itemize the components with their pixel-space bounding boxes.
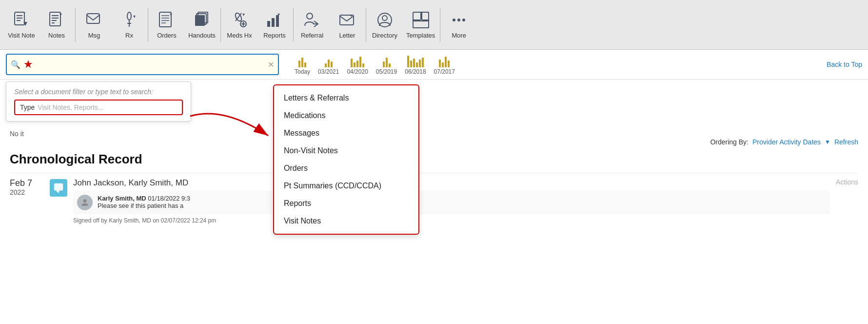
svg-rect-32: [267, 21, 270, 27]
toolbar-visit-note[interactable]: ▾ Visit Note: [4, 7, 39, 42]
toolbar-directory-label: Directory: [372, 32, 397, 39]
toolbar-orders[interactable]: ▾ Orders: [149, 7, 184, 42]
svg-rect-50: [54, 183, 63, 191]
toolbar-handouts[interactable]: Handouts: [184, 7, 219, 42]
timeline-label-today: Today: [295, 68, 310, 75]
svg-rect-33: [272, 18, 275, 27]
timeline-label-072017: 07/2017: [434, 68, 455, 75]
bar-seg: [325, 63, 327, 67]
record-date-year: 2022: [10, 188, 44, 196]
ordering-value[interactable]: Provider Activity Dates: [752, 138, 821, 146]
bar-seg: [407, 56, 409, 67]
bar-seg: [419, 60, 421, 67]
menu-item-orders[interactable]: Orders: [274, 160, 418, 177]
timeline-052019[interactable]: 05/2019: [376, 54, 397, 75]
svg-rect-12: [87, 14, 99, 23]
toolbar-notes[interactable]: ▾ Notes: [39, 7, 74, 42]
toolbar-msg[interactable]: Msg: [77, 7, 112, 42]
bar-seg: [328, 60, 330, 67]
timeline-072017[interactable]: 07/2017: [434, 54, 455, 75]
toolbar-reports[interactable]: ▾ Reports: [257, 7, 292, 42]
toolbar-templates-label: Templates: [406, 32, 435, 39]
doc-arrow-icon: ▾: [12, 10, 31, 30]
toolbar-meds-hx[interactable]: ▾ Meds Hx: [222, 7, 257, 42]
bar-seg: [301, 58, 303, 67]
svg-rect-6: [50, 12, 60, 26]
divider-4: [293, 8, 294, 42]
bar-seg: [448, 61, 450, 67]
filter-dropdown: Select a document filter or type text to…: [6, 81, 191, 122]
ordering-label: Ordering By:: [710, 138, 749, 146]
toolbar-reports-label: Reports: [263, 32, 286, 39]
bar-seg: [416, 62, 418, 67]
toolbar-directory[interactable]: Directory: [367, 7, 402, 42]
timeline-today[interactable]: Today: [295, 54, 310, 75]
menu-item-pt-summaries[interactable]: Pt Summaries (CCD/CCDA): [274, 177, 418, 195]
toolbar-msg-label: Msg: [88, 32, 100, 39]
toolbar: ▾ Visit Note ▾ Notes Msg: [0, 0, 868, 50]
refresh-button[interactable]: Refresh: [834, 138, 858, 146]
toolbar-referral[interactable]: Referral: [295, 7, 330, 42]
back-to-top-link[interactable]: Back to Top: [827, 61, 862, 68]
search-input[interactable]: [36, 61, 265, 69]
ordering-chevron-icon[interactable]: ▼: [825, 139, 830, 145]
filter-type-row[interactable]: Type Visit Notes, Reports...: [14, 100, 183, 115]
svg-rect-43: [413, 12, 421, 20]
svg-text:▾: ▾: [242, 12, 245, 17]
msg-icon: [84, 10, 104, 30]
menu-item-letters[interactable]: Letters & Referrals: [274, 89, 418, 107]
record-date: Feb 7 2022: [10, 178, 44, 196]
menu-item-reports[interactable]: Reports: [274, 195, 418, 212]
search-row: 🔍 ★ ✕ Today: [0, 50, 868, 80]
templates-icon: [411, 10, 431, 30]
toolbar-rx[interactable]: ▾ Rx: [112, 7, 147, 42]
filter-type-placeholder: Visit Notes, Reports...: [38, 103, 103, 111]
svg-point-52: [83, 199, 87, 202]
referral-icon: [302, 10, 322, 30]
content-area: No it Ordering By: Provider Activity Dat…: [0, 123, 868, 235]
meds-hx-icon: ▾: [230, 10, 249, 30]
svg-point-41: [382, 16, 387, 20]
menu-item-messages[interactable]: Messages: [274, 124, 418, 142]
menu-item-non-visit-notes[interactable]: Non-Visit Notes: [274, 142, 418, 160]
bar-seg: [354, 62, 355, 67]
timeline-062018[interactable]: 06/2018: [405, 54, 426, 75]
toolbar-visit-note-label: Visit Note: [8, 32, 35, 39]
timeline-042020[interactable]: 04/2020: [347, 54, 368, 75]
record-date-day: Feb 7: [10, 178, 44, 188]
ordering-bar: Ordering By: Provider Activity Dates ▼ R…: [10, 138, 858, 146]
svg-point-13: [127, 12, 131, 20]
clear-icon[interactable]: ✕: [268, 60, 274, 69]
toolbar-referral-label: Referral: [301, 32, 323, 39]
menu-item-visit-notes[interactable]: Visit Notes: [274, 212, 418, 230]
svg-marker-51: [56, 191, 59, 194]
svg-point-48: [462, 19, 465, 21]
record-title: John Jackson, Karly Smith, MD: [73, 178, 830, 188]
toolbar-notes-label: Notes: [48, 32, 65, 39]
timeline-label-032021: 03/2021: [318, 68, 339, 75]
toolbar-templates[interactable]: Templates: [402, 7, 439, 42]
toolbar-letter[interactable]: ▾ Letter: [330, 7, 365, 42]
divider-6: [440, 8, 440, 42]
record-chat-icon: [50, 179, 67, 197]
filter-row: Select a document filter or type text to…: [0, 80, 868, 123]
search-box[interactable]: 🔍 ★ ✕: [6, 54, 279, 75]
orders-icon: ▾: [157, 10, 177, 30]
svg-text:▾: ▾: [133, 14, 136, 19]
bar-seg: [422, 58, 424, 67]
bar-seg: [331, 61, 333, 67]
menu-item-medications[interactable]: Medications: [274, 107, 418, 124]
svg-text:▾: ▾: [350, 13, 353, 18]
no-items-text: No it: [10, 130, 24, 138]
bar-seg: [356, 61, 358, 67]
record-row: Feb 7 2022 John Jackson, Karly Smith, MD: [10, 173, 858, 229]
search-magnifier-icon: 🔍: [11, 60, 20, 69]
more-icon: [449, 10, 469, 30]
svg-text:▾: ▾: [59, 12, 62, 17]
sub-text: Karly Smith, MD 01/18/2022 9:3 Please se…: [98, 195, 190, 209]
bar-seg: [351, 59, 353, 67]
record-signed: Signed off by Karly Smith, MD on 02/07/2…: [73, 217, 830, 224]
timeline-label-062018: 06/2018: [405, 68, 426, 75]
timeline-032021[interactable]: 03/2021: [318, 54, 339, 75]
toolbar-more[interactable]: More: [441, 7, 476, 42]
